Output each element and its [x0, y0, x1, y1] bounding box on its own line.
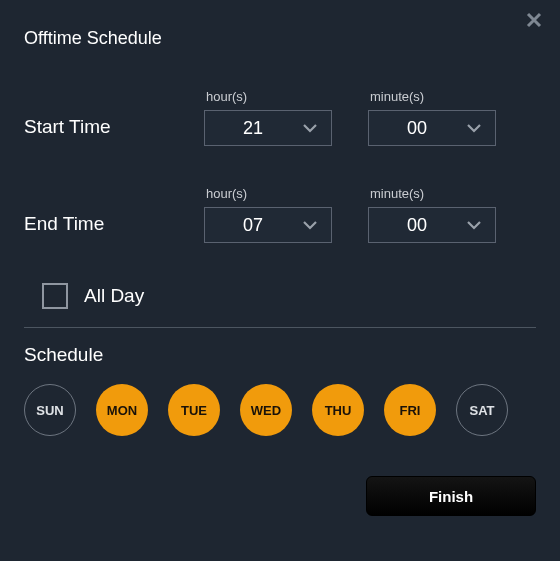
- day-selector: SUN MON TUE WED THU FRI SAT: [24, 384, 536, 436]
- end-hour-picker: hour(s) 07: [204, 186, 332, 243]
- start-time-label: Start Time: [24, 116, 204, 146]
- start-time-pickers: hour(s) 21 minute(s) 00: [204, 89, 496, 146]
- end-time-row: End Time hour(s) 07 minute(s) 00: [24, 186, 536, 243]
- divider: [24, 327, 536, 328]
- end-minute-value: 00: [369, 215, 465, 236]
- start-hour-caption: hour(s): [204, 89, 332, 104]
- chevron-down-icon: [301, 119, 319, 137]
- day-mon[interactable]: MON: [96, 384, 148, 436]
- chevron-down-icon: [465, 216, 483, 234]
- end-minute-select[interactable]: 00: [368, 207, 496, 243]
- end-minute-caption: minute(s): [368, 186, 496, 201]
- end-hour-caption: hour(s): [204, 186, 332, 201]
- start-time-row: Start Time hour(s) 21 minute(s) 00: [24, 89, 536, 146]
- start-hour-picker: hour(s) 21: [204, 89, 332, 146]
- end-time-label: End Time: [24, 213, 204, 243]
- day-sat[interactable]: SAT: [456, 384, 508, 436]
- start-hour-value: 21: [205, 118, 301, 139]
- close-button[interactable]: [522, 10, 546, 34]
- end-hour-value: 07: [205, 215, 301, 236]
- dialog-title: Offtime Schedule: [24, 28, 536, 49]
- day-sun[interactable]: SUN: [24, 384, 76, 436]
- close-icon: [526, 12, 542, 32]
- all-day-checkbox[interactable]: [42, 283, 68, 309]
- chevron-down-icon: [301, 216, 319, 234]
- start-hour-select[interactable]: 21: [204, 110, 332, 146]
- chevron-down-icon: [465, 119, 483, 137]
- day-tue[interactable]: TUE: [168, 384, 220, 436]
- end-minute-picker: minute(s) 00: [368, 186, 496, 243]
- day-thu[interactable]: THU: [312, 384, 364, 436]
- day-wed[interactable]: WED: [240, 384, 292, 436]
- end-time-pickers: hour(s) 07 minute(s) 00: [204, 186, 496, 243]
- start-minute-caption: minute(s): [368, 89, 496, 104]
- start-minute-picker: minute(s) 00: [368, 89, 496, 146]
- schedule-heading: Schedule: [24, 344, 536, 366]
- finish-button[interactable]: Finish: [366, 476, 536, 516]
- day-fri[interactable]: FRI: [384, 384, 436, 436]
- start-minute-select[interactable]: 00: [368, 110, 496, 146]
- start-minute-value: 00: [369, 118, 465, 139]
- end-hour-select[interactable]: 07: [204, 207, 332, 243]
- dialog-footer: Finish: [24, 476, 536, 516]
- offtime-schedule-dialog: Offtime Schedule Start Time hour(s) 21 m…: [0, 0, 560, 561]
- all-day-row: All Day: [24, 283, 536, 309]
- all-day-label: All Day: [84, 285, 144, 307]
